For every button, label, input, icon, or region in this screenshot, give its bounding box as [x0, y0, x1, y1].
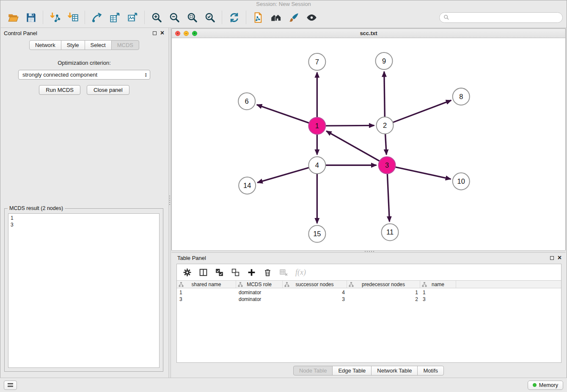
- window-title: Session: New Session: [256, 1, 311, 7]
- vertical-splitter[interactable]: [168, 28, 171, 378]
- edge-1-2[interactable]: [325, 125, 374, 126]
- edge-4-14[interactable]: [257, 168, 309, 183]
- table-cell[interactable]: dominator: [236, 290, 283, 295]
- optimization-dropdown[interactable]: strongly connected component ▲▼: [18, 70, 150, 80]
- close-panel-button[interactable]: Close panel: [87, 85, 129, 95]
- tab-style[interactable]: Style: [61, 40, 85, 50]
- export-image-button[interactable]: [124, 8, 141, 26]
- float-panel-icon[interactable]: [153, 31, 157, 35]
- import-table-button[interactable]: [64, 8, 82, 26]
- column-header-shared-name[interactable]: shared name: [177, 281, 236, 288]
- node-15[interactable]: 15: [308, 225, 325, 242]
- delete-row-icon[interactable]: [263, 268, 272, 277]
- edge-3-11[interactable]: [387, 173, 389, 221]
- table-cell[interactable]: 1: [347, 290, 420, 295]
- tab-select[interactable]: Select: [85, 40, 112, 50]
- column-header-successor-nodes[interactable]: successor nodes: [283, 281, 347, 288]
- tab-node-table[interactable]: Node Table: [293, 366, 333, 375]
- tab-network-table[interactable]: Network Table: [371, 366, 418, 375]
- tab-edge-table[interactable]: Edge Table: [332, 366, 372, 375]
- deselect-all-icon[interactable]: [231, 268, 240, 277]
- node-3[interactable]: 3: [379, 157, 396, 174]
- home-button[interactable]: [267, 8, 285, 26]
- add-row-icon[interactable]: [247, 268, 256, 277]
- minimize-window-icon[interactable]: −: [184, 31, 189, 36]
- table-cell[interactable]: 3: [177, 296, 236, 302]
- network-share-button[interactable]: [88, 8, 106, 26]
- node-label: 1: [315, 122, 319, 130]
- result-item[interactable]: 1: [8, 215, 159, 221]
- column-header-label: predecessor nodes: [347, 282, 420, 287]
- column-header-predecessor-nodes[interactable]: predecessor nodes: [347, 281, 420, 288]
- menu-button[interactable]: [4, 381, 17, 390]
- node-7[interactable]: 7: [308, 53, 325, 70]
- column-header-MCDS-role[interactable]: MCDS role: [236, 281, 283, 288]
- edge-3-1[interactable]: [326, 131, 380, 161]
- edge-2-8[interactable]: [392, 100, 451, 123]
- columns-icon[interactable]: [199, 268, 208, 277]
- network-window: × − + scc.txt 7968124314101511: [171, 28, 566, 250]
- table-cell[interactable]: 1: [420, 290, 456, 295]
- table-row[interactable]: 3dominator323: [177, 296, 561, 303]
- node-1[interactable]: 1: [308, 117, 325, 134]
- node-10[interactable]: 10: [453, 173, 470, 190]
- tab-motifs[interactable]: Motifs: [417, 366, 444, 375]
- toolbar-separator: [222, 11, 222, 24]
- edge-2-9[interactable]: [384, 72, 385, 117]
- table-cell[interactable]: 2: [347, 296, 420, 302]
- import-network-icon: [50, 12, 61, 23]
- search-input[interactable]: [451, 14, 559, 20]
- table-cell[interactable]: dominator: [236, 296, 283, 302]
- result-item[interactable]: 3: [8, 221, 159, 228]
- horizontal-splitter[interactable]: [171, 250, 566, 253]
- network-canvas[interactable]: 7968124314101511: [172, 38, 565, 250]
- node-11[interactable]: 11: [382, 224, 399, 240]
- table-cell[interactable]: 1: [177, 290, 236, 295]
- select-all-icon[interactable]: [215, 268, 224, 277]
- close-window-icon[interactable]: ×: [175, 31, 180, 36]
- table-panel: Table Panel × f(x) shared nameMCDS roles…: [171, 253, 566, 378]
- table-cell[interactable]: 3: [420, 296, 456, 302]
- zoom-in-button[interactable]: [148, 8, 165, 26]
- search-box[interactable]: [439, 12, 563, 23]
- node-14[interactable]: 14: [239, 177, 256, 194]
- control-panel-tabs: NetworkStyleSelectMCDS: [0, 40, 168, 50]
- refresh-button[interactable]: [225, 8, 243, 26]
- style-paint-icon: [288, 12, 300, 23]
- style-paint-button[interactable]: [285, 8, 303, 26]
- edge-3-10[interactable]: [395, 167, 451, 179]
- node-6[interactable]: 6: [238, 93, 255, 110]
- zoom-selected-button[interactable]: [201, 8, 219, 26]
- tab-network[interactable]: Network: [29, 40, 61, 50]
- export-table-button[interactable]: [106, 8, 124, 26]
- maximize-window-icon[interactable]: +: [192, 31, 197, 36]
- tab-mcds[interactable]: MCDS: [111, 40, 139, 50]
- table-row[interactable]: 1dominator411: [177, 289, 561, 296]
- float-table-panel-icon[interactable]: [550, 256, 554, 260]
- close-table-panel-icon[interactable]: ×: [558, 256, 561, 260]
- node-8[interactable]: 8: [453, 88, 470, 105]
- zoom-in-icon: [151, 12, 162, 23]
- save-session-button[interactable]: [22, 8, 40, 26]
- node-2[interactable]: 2: [377, 117, 394, 134]
- table-cell[interactable]: 4: [283, 290, 347, 295]
- import-network-button[interactable]: [46, 8, 64, 26]
- search-icon: [443, 14, 449, 20]
- node-4[interactable]: 4: [308, 157, 325, 174]
- open-session-button[interactable]: [4, 8, 22, 26]
- edge-2-3[interactable]: [385, 133, 387, 155]
- column-header-name[interactable]: name: [420, 281, 456, 288]
- network-document-button[interactable]: [249, 8, 267, 26]
- settings-icon[interactable]: [183, 268, 192, 277]
- close-panel-icon[interactable]: ×: [160, 31, 164, 35]
- zoom-fit-button[interactable]: [183, 8, 201, 26]
- node-9[interactable]: 9: [376, 52, 393, 69]
- zoom-out-button[interactable]: [165, 8, 183, 26]
- show-hide-panels-button[interactable]: [303, 8, 320, 26]
- main-area: Control Panel × NetworkStyleSelectMCDS O…: [0, 28, 567, 378]
- table-cell[interactable]: 3: [283, 296, 347, 302]
- memory-button[interactable]: Memory: [528, 381, 563, 390]
- home-icon: [270, 12, 282, 23]
- run-mcds-button[interactable]: Run MCDS: [39, 85, 80, 95]
- edge-1-6[interactable]: [257, 105, 310, 123]
